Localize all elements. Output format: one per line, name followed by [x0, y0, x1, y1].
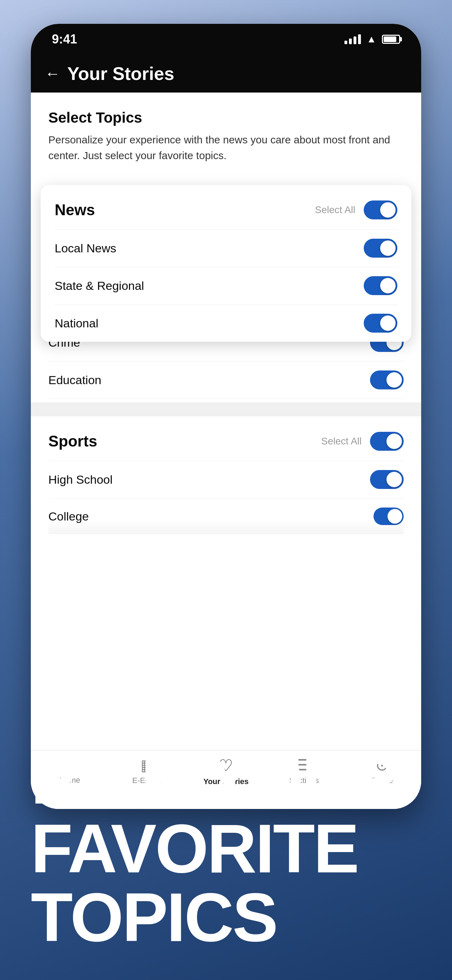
status-time: 9:41 [52, 32, 77, 47]
sports-section-header: Sports Select All [48, 417, 404, 461]
page-title: Your Stories [67, 63, 174, 84]
status-bar: 9:41 ▲ [31, 24, 421, 55]
state-regional-label: State & Regional [55, 279, 144, 293]
back-button[interactable]: ← [45, 65, 60, 83]
national-row: National [55, 304, 397, 342]
select-all-label: Select All [315, 204, 355, 216]
high-school-row: High School [48, 461, 404, 498]
promo-text: PICK YOUR FAVORITE TOPICS [31, 746, 421, 952]
national-toggle[interactable] [364, 314, 397, 332]
news-section-header: News Select All [55, 185, 397, 229]
national-label: National [55, 317, 99, 330]
local-news-toggle[interactable] [364, 239, 397, 258]
select-topics-title: Select Topics [48, 109, 404, 126]
sports-select-all-toggle[interactable] [370, 432, 404, 451]
high-school-label: High School [48, 473, 113, 487]
sports-select-all-group: Select All [321, 432, 404, 451]
news-card: News Select All Local News State & Regio… [41, 185, 411, 342]
education-row: Education [48, 361, 404, 399]
promo-line-1: PICK YOUR [31, 746, 421, 815]
college-toggle[interactable] [374, 508, 404, 525]
promo-line-2: FAVORITE [31, 815, 421, 883]
education-label: Education [48, 373, 101, 387]
news-section-title: News [55, 201, 95, 219]
select-all-group: Select All [315, 200, 397, 220]
battery-icon [382, 35, 400, 44]
local-news-label: Local News [55, 242, 116, 255]
education-toggle[interactable] [370, 371, 404, 390]
select-topics-section: Select Topics Personalize your experienc… [31, 92, 421, 177]
status-icons: ▲ [344, 33, 400, 45]
sports-section: Sports Select All High School College [31, 402, 421, 534]
college-label: College [48, 510, 89, 523]
state-regional-row: State & Regional [55, 267, 397, 304]
select-topics-description: Personalize your experience with the new… [48, 132, 404, 163]
nav-header: ← Your Stories [31, 55, 421, 92]
wifi-icon: ▲ [366, 33, 376, 45]
sports-select-all-label: Select All [321, 436, 361, 447]
news-select-all-toggle[interactable] [364, 200, 397, 220]
high-school-toggle[interactable] [370, 470, 404, 489]
signal-icon [344, 34, 361, 44]
phone-frame: 9:41 ▲ ← Your Stories Select Topics Pers… [31, 24, 421, 809]
sports-section-title: Sports [48, 433, 97, 450]
promo-line-3: TOPICS [31, 883, 421, 952]
state-regional-toggle[interactable] [364, 276, 397, 295]
college-row: College [48, 498, 404, 534]
local-news-row: Local News [55, 229, 397, 267]
